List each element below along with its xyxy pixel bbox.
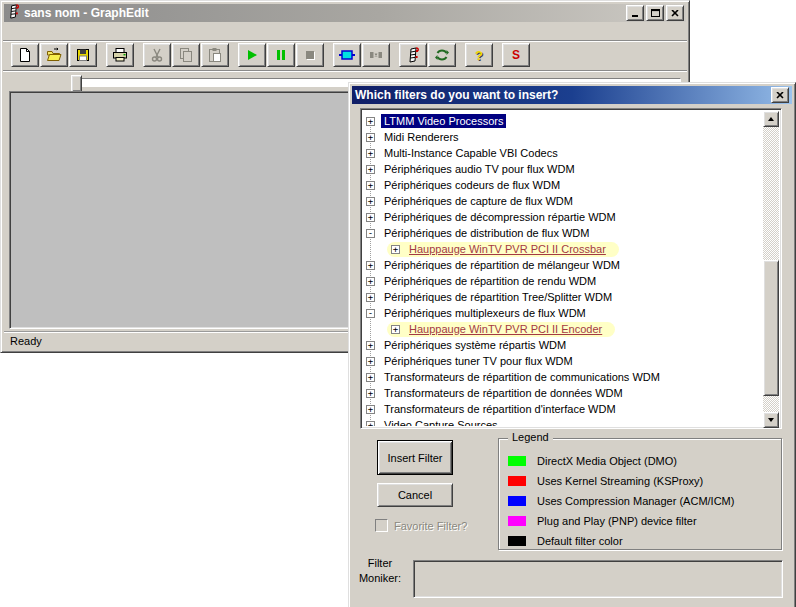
tree-item-label[interactable]: Périphériques de répartition Tree/Splitt… [381, 290, 615, 304]
tree-item[interactable]: + Multi-Instance Capable VBI Codecs [363, 145, 763, 161]
tree-item-label[interactable]: Périphériques audio TV pour flux WDM [381, 162, 578, 176]
tree-item[interactable]: + Transformateurs de répartition d'inter… [363, 401, 763, 417]
expand-toggle-icon[interactable]: + [366, 197, 375, 206]
tree-item-label[interactable]: Périphériques codeurs de flux WDM [381, 178, 563, 192]
scrollbar-thumb[interactable] [763, 260, 779, 396]
expand-toggle-icon[interactable]: + [391, 325, 400, 334]
expand-toggle-icon[interactable]: + [366, 357, 375, 366]
expand-toggle-icon[interactable]: + [366, 181, 375, 190]
tree-item[interactable]: + LTMM Video Processors [363, 113, 763, 129]
expand-toggle-icon[interactable]: - [366, 229, 375, 238]
tree-item[interactable]: + Midi Renderers [363, 129, 763, 145]
toolbar: ? S [11, 43, 531, 67]
tree-item-label[interactable]: Transformateurs de répartition de commun… [381, 370, 663, 384]
tree-item-label[interactable]: Transformateurs de répartition d'interfa… [381, 402, 619, 416]
cancel-button[interactable]: Cancel [377, 483, 453, 507]
tree-item-label[interactable]: Périphériques de capture de flux WDM [381, 194, 576, 208]
expand-toggle-icon[interactable]: + [366, 341, 375, 350]
paste-icon [207, 47, 223, 63]
close-button[interactable] [666, 5, 684, 21]
filter-moniker-box[interactable] [413, 560, 783, 598]
minimize-button[interactable] [626, 5, 644, 21]
legend-row: Uses Compression Manager (ACM/ICM) [508, 491, 777, 511]
tree-item-label[interactable]: Périphériques de distribution de flux WD… [381, 226, 592, 240]
tree-item[interactable]: + Périphériques de décompression réparti… [363, 209, 763, 225]
tree-item-label[interactable]: Multi-Instance Capable VBI Codecs [381, 146, 561, 160]
menu-item[interactable] [79, 31, 93, 33]
maximize-button[interactable] [646, 5, 664, 21]
tree-item-label[interactable]: Périphériques de décompression répartie … [381, 210, 619, 224]
tree-item[interactable]: + Périphériques de répartition Tree/Spli… [363, 289, 763, 305]
expand-toggle-icon[interactable]: + [366, 117, 375, 126]
tree-item-label[interactable]: Périphériques multiplexeurs de flux WDM [381, 306, 589, 320]
tree-item[interactable]: + Hauppauge WinTV PVR PCI II Encoder [363, 321, 763, 337]
dialog-close-button[interactable] [771, 87, 789, 103]
expand-toggle-icon[interactable]: + [366, 389, 375, 398]
cut-button[interactable] [143, 43, 171, 67]
tree-item-label[interactable]: Hauppauge WinTV PVR PCI II Encoder [406, 322, 605, 336]
tree-item-label[interactable]: Périphériques de répartition de rendu WD… [381, 274, 599, 288]
help-button[interactable]: ? [465, 43, 493, 67]
refresh-button[interactable] [428, 43, 456, 67]
save-button[interactable] [69, 43, 97, 67]
expand-toggle-icon[interactable]: + [366, 373, 375, 382]
tree-item[interactable]: + Hauppauge WinTV PVR PCI II Crossbar [363, 241, 763, 257]
menu-item[interactable] [65, 31, 79, 33]
expand-toggle-icon[interactable]: + [366, 293, 375, 302]
expand-toggle-icon[interactable]: + [366, 213, 375, 222]
pause-button[interactable] [267, 43, 295, 67]
legend-row: Default filter color [508, 531, 777, 551]
new-button[interactable] [11, 43, 39, 67]
expand-toggle-icon[interactable]: + [366, 421, 375, 427]
tree-item[interactable]: + Video Capture Sources [363, 417, 763, 426]
expand-toggle-icon[interactable]: + [366, 277, 375, 286]
expand-toggle-icon[interactable]: + [366, 165, 375, 174]
expand-toggle-icon[interactable]: + [366, 261, 375, 270]
expand-toggle-icon[interactable]: - [366, 309, 375, 318]
print-button[interactable] [106, 43, 134, 67]
tree-item[interactable]: + Périphériques de répartition de mélang… [363, 257, 763, 273]
expand-toggle-icon[interactable]: + [366, 405, 375, 414]
expand-toggle-icon[interactable]: + [366, 149, 375, 158]
expand-toggle-icon[interactable]: + [366, 133, 375, 142]
tree-item[interactable]: + Périphériques de répartition de rendu … [363, 273, 763, 289]
favorite-filter-checkbox[interactable] [375, 519, 388, 532]
tree-item[interactable]: + Transformateurs de répartition de donn… [363, 385, 763, 401]
tree-item-label[interactable]: Périphériques de répartition de mélangeu… [381, 258, 623, 272]
tree-item[interactable]: + Périphériques tuner TV pour flux WDM [363, 353, 763, 369]
menu-item[interactable] [93, 31, 107, 33]
scroll-down-button[interactable] [763, 412, 779, 428]
insert-filter-button[interactable]: Insert Filter [377, 440, 453, 475]
copy-button[interactable] [172, 43, 200, 67]
stop-button[interactable] [296, 43, 324, 67]
disconnect-button[interactable] [362, 43, 390, 67]
scroll-up-button[interactable] [763, 111, 779, 127]
tree-item-label[interactable]: LTMM Video Processors [381, 114, 506, 128]
tree-item-label[interactable]: Périphériques tuner TV pour flux WDM [381, 354, 576, 368]
menu-item[interactable] [51, 31, 65, 33]
menu-item[interactable] [37, 31, 51, 33]
vertical-scrollbar[interactable] [763, 111, 779, 428]
insert-filter-toolbar-button[interactable] [333, 43, 361, 67]
s-button[interactable]: S [502, 43, 530, 67]
tree-item[interactable]: + Transformateurs de répartition de comm… [363, 369, 763, 385]
tree-item-label[interactable]: Midi Renderers [381, 130, 462, 144]
expand-toggle-icon[interactable]: + [391, 245, 400, 254]
tree-item[interactable]: - Périphériques multiplexeurs de flux WD… [363, 305, 763, 321]
tree-item-label[interactable]: Périphériques système répartis WDM [381, 338, 569, 352]
tree-item-label[interactable]: Video Capture Sources [381, 418, 501, 426]
tree-item[interactable]: + Périphériques de capture de flux WDM [363, 193, 763, 209]
play-button[interactable] [238, 43, 266, 67]
open-button[interactable] [40, 43, 68, 67]
tree-item[interactable]: + Périphériques codeurs de flux WDM [363, 177, 763, 193]
tree-item[interactable]: + Périphériques audio TV pour flux WDM [363, 161, 763, 177]
menu-item[interactable] [9, 31, 23, 33]
paste-button[interactable] [201, 43, 229, 67]
tree-item-label[interactable]: Hauppauge WinTV PVR PCI II Crossbar [406, 242, 609, 256]
tree-item[interactable]: + Périphériques système répartis WDM [363, 337, 763, 353]
tree-item[interactable]: - Périphériques de distribution de flux … [363, 225, 763, 241]
tree-item-label[interactable]: Transformateurs de répartition de donnée… [381, 386, 626, 400]
graphedit-logo-button[interactable] [399, 43, 427, 67]
menu-item[interactable] [23, 31, 37, 33]
seek-trackbar-thumb[interactable] [71, 75, 82, 92]
